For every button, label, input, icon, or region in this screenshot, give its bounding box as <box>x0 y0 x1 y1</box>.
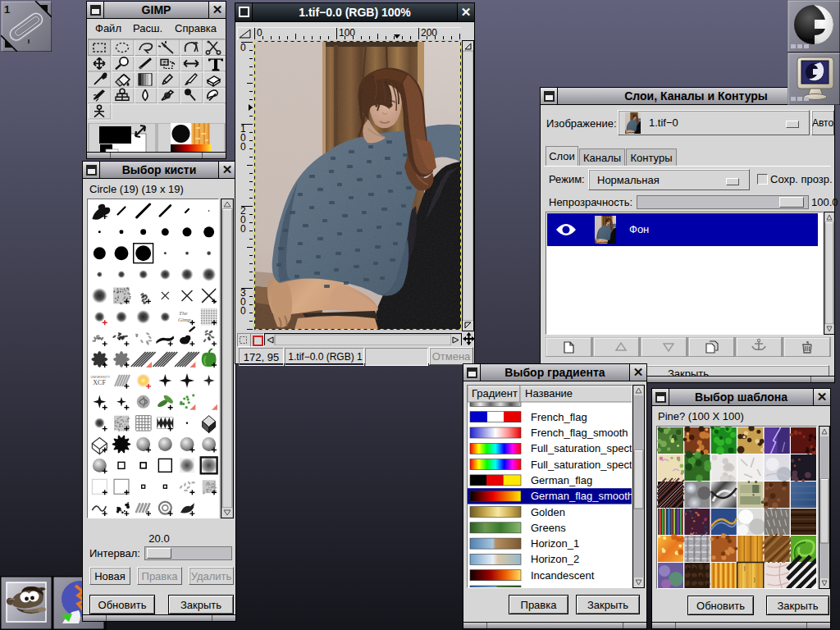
svg-text:Full_saturation_spectr: Full_saturation_spectr <box>531 459 632 471</box>
svg-text:0: 0 <box>240 223 246 235</box>
svg-text:0: 0 <box>240 305 246 317</box>
svg-text:Gimp: Gimp <box>178 317 191 323</box>
svg-text:The: The <box>179 310 187 317</box>
svg-text:German_flag_smooth: German_flag_smooth <box>531 490 632 502</box>
svg-text:French_flag: French_flag <box>531 411 587 423</box>
svg-text:XCF: XCF <box>93 379 106 386</box>
svg-text:French_flag_smooth: French_flag_smooth <box>531 427 628 439</box>
svg-text:Greens: Greens <box>531 522 566 534</box>
svg-text:100: 100 <box>339 27 355 39</box>
svg-text:0: 0 <box>240 42 246 53</box>
svg-text:Full_saturation_spectr: Full_saturation_spectr <box>531 442 632 454</box>
svg-text:Название: Название <box>525 387 573 399</box>
svg-text:0: 0 <box>257 27 262 39</box>
svg-text:Incandescent: Incandescent <box>531 569 595 582</box>
svg-text:Градиент: Градиент <box>472 387 518 399</box>
svg-text:0: 0 <box>240 141 246 153</box>
svg-text:200: 200 <box>421 27 437 39</box>
svg-text:Horizon_2: Horizon_2 <box>531 553 579 565</box>
svg-text:Horizon_1: Horizon_1 <box>531 537 579 550</box>
svg-text:Land_1: Land_1 <box>531 585 566 588</box>
svg-text:1: 1 <box>4 3 10 16</box>
svg-text:German_flag: German_flag <box>531 474 592 486</box>
svg-text:Golden: Golden <box>531 506 565 518</box>
